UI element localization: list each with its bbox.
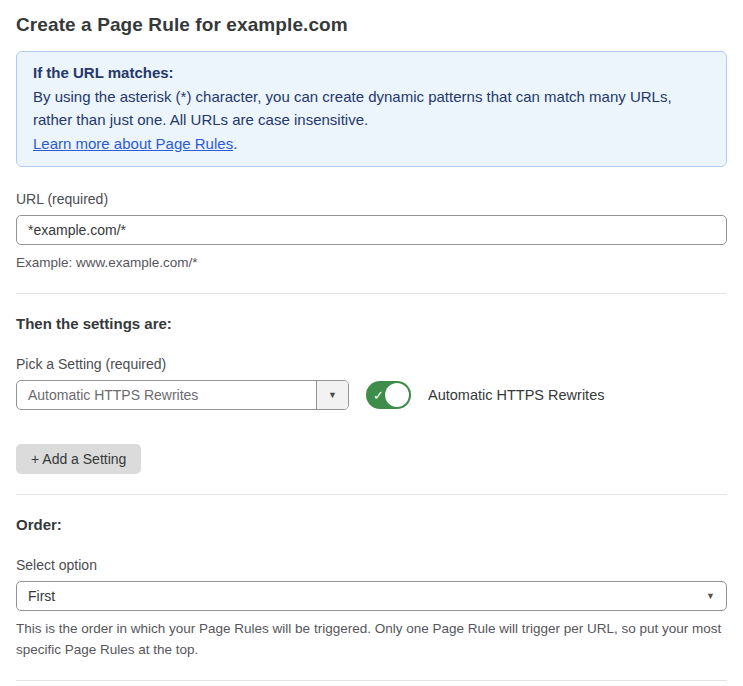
divider [16, 494, 727, 495]
chevron-down-icon: ▼ [706, 591, 715, 601]
divider [16, 293, 727, 294]
learn-more-page-rules-link[interactable]: Learn more about Page Rules [33, 135, 233, 152]
info-box-heading: If the URL matches: [33, 61, 710, 85]
pick-setting-label: Pick a Setting (required) [16, 356, 727, 372]
order-select-value: First [28, 588, 55, 604]
order-section-heading: Order: [16, 516, 727, 533]
url-match-info-box: If the URL matches: By using the asteris… [16, 51, 727, 167]
divider [16, 680, 727, 681]
check-icon: ✓ [373, 389, 384, 402]
url-field-label: URL (required) [16, 191, 727, 207]
link-period: . [233, 135, 237, 152]
info-box-body: By using the asterisk (*) character, you… [33, 85, 710, 132]
url-example-helper: Example: www.example.com/* [16, 252, 727, 273]
setting-select-value: Automatic HTTPS Rewrites [17, 381, 316, 409]
setting-select[interactable]: Automatic HTTPS Rewrites ▼ [16, 380, 349, 410]
setting-row: Automatic HTTPS Rewrites ▼ ✓ Automatic H… [16, 380, 727, 410]
setting-toggle-label: Automatic HTTPS Rewrites [428, 387, 604, 403]
add-setting-button[interactable]: + Add a Setting [16, 444, 141, 474]
order-select-label: Select option [16, 557, 727, 573]
setting-select-arrow-button[interactable]: ▼ [316, 381, 348, 409]
order-select[interactable]: First ▼ [16, 581, 727, 611]
info-box-link-line: Learn more about Page Rules. [33, 132, 710, 156]
order-helper-text: This is the order in which your Page Rul… [16, 618, 727, 660]
settings-section-heading: Then the settings are: [16, 315, 727, 332]
setting-toggle[interactable]: ✓ [366, 381, 411, 409]
page-title: Create a Page Rule for example.com [16, 14, 727, 36]
create-page-rule-panel: Create a Page Rule for example.com If th… [0, 0, 743, 686]
url-input[interactable] [16, 215, 727, 245]
chevron-down-icon: ▼ [328, 390, 337, 400]
toggle-knob [385, 383, 409, 407]
